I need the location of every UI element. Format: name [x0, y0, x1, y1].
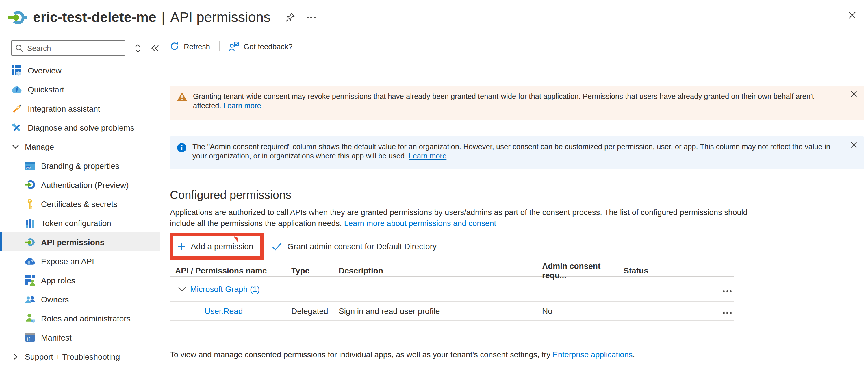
plus-icon — [178, 242, 186, 250]
sidebar-item-manifest[interactable]: { } Manifest — [0, 328, 160, 347]
sidebar-item-certificates[interactable]: Certificates & secrets — [0, 194, 160, 213]
api-permissions-icon — [25, 237, 35, 247]
api-group-link[interactable]: Microsoft Graph (1) — [190, 284, 260, 294]
cloud-gears-icon — [25, 256, 35, 266]
col-admin-consent: Admin consent requ... — [542, 261, 624, 280]
sidebar-item-branding[interactable]: www Branding & properties — [0, 156, 160, 175]
annotation-mark — [232, 237, 239, 242]
enterprise-applications-link[interactable]: Enterprise applications — [553, 350, 633, 359]
warning-close-icon[interactable] — [851, 90, 857, 99]
quickstart-icon — [11, 84, 22, 95]
permission-admin-consent: No — [542, 306, 624, 316]
add-permission-button[interactable]: Add a permission — [178, 242, 253, 251]
rocket-icon — [11, 103, 22, 114]
toolbar-divider — [219, 41, 219, 52]
row-menu-icon[interactable] — [723, 306, 732, 316]
overview-icon — [11, 65, 22, 75]
row-menu-icon[interactable] — [723, 284, 732, 294]
collapse-menu-icon[interactable] — [150, 42, 160, 54]
section-description: Applications are authorized to call APIs… — [170, 207, 768, 229]
tools-icon — [11, 122, 22, 133]
info-banner: The "Admin consent required" column show… — [170, 136, 864, 169]
table-header-row: API / Permissions name Type Description … — [170, 261, 734, 277]
browser-window-icon: www — [25, 160, 35, 171]
svg-text:{ }: { } — [27, 336, 31, 341]
svg-text:www: www — [26, 166, 31, 169]
col-description: Description — [339, 266, 542, 275]
permissions-table: API / Permissions name Type Description … — [170, 261, 734, 321]
keyboard-shortcut-icon[interactable] — [132, 42, 143, 54]
blade-header: eric-test-delete-me | API permissions — [0, 0, 868, 35]
sidebar-item-quickstart[interactable]: Quickstart — [0, 80, 160, 99]
sidebar-item-owners[interactable]: Owners — [0, 290, 160, 309]
grant-admin-consent-button[interactable]: Grant admin consent for Default Director… — [272, 242, 437, 251]
refresh-button[interactable]: Refresh — [170, 42, 210, 51]
page-title: eric-test-delete-me | API permissions — [33, 9, 271, 25]
more-options-icon[interactable] — [304, 10, 318, 24]
section-title: Configured permissions — [170, 187, 864, 202]
warning-text: Granting tenant-wide consent may revoke … — [193, 92, 857, 111]
page-name: API permissions — [170, 9, 271, 25]
token-bars-icon — [25, 218, 35, 228]
info-close-icon[interactable] — [851, 141, 857, 150]
annotation-highlight-box: Add a permission — [170, 233, 264, 259]
warning-banner: Granting tenant-wide consent may revoke … — [170, 86, 864, 120]
sidebar-item-integration-assistant[interactable]: Integration assistant — [0, 99, 160, 118]
expand-group-icon[interactable] — [178, 286, 186, 292]
permission-type: Delegated — [291, 306, 339, 316]
close-blade-icon[interactable] — [845, 8, 859, 22]
table-row-group: Microsoft Graph (1) — [170, 277, 734, 302]
search-icon — [16, 44, 23, 52]
pin-icon[interactable] — [283, 10, 297, 24]
col-api-permissions-name: API / Permissions name — [170, 266, 291, 275]
table-row-permission: User.Read Delegated Sign in and read use… — [170, 302, 734, 321]
permission-description: Sign in and read user profile — [339, 306, 542, 316]
search-box — [11, 40, 125, 56]
sidebar-item-diagnose[interactable]: Diagnose and solve problems — [0, 118, 160, 137]
app-name: eric-test-delete-me — [33, 9, 156, 25]
sidebar-item-roles-administrators[interactable]: Roles and administrators — [0, 309, 160, 328]
info-text: The "Admin consent required" column show… — [192, 142, 857, 161]
feedback-button[interactable]: Got feedback? — [228, 41, 292, 51]
people-icon — [25, 294, 35, 304]
sidebar-group-support[interactable]: Support + Troubleshooting — [0, 347, 160, 366]
code-window-icon: { } — [25, 332, 35, 343]
api-permissions-blade: eric-test-delete-me | API permissions — [0, 0, 868, 370]
col-status: Status — [624, 266, 711, 275]
sidebar-item-expose-an-api[interactable]: Expose an API — [0, 251, 160, 271]
sidebar: Overview Quickstart Integration assistan… — [0, 35, 160, 370]
check-icon — [272, 242, 282, 251]
warning-icon — [177, 92, 187, 101]
info-icon — [177, 143, 187, 153]
permissions-consent-link[interactable]: Learn more about permissions and consent — [344, 219, 496, 228]
feedback-icon — [228, 41, 239, 51]
warning-learn-more-link[interactable]: Learn more — [223, 101, 261, 110]
info-learn-more-link[interactable]: Learn more — [409, 151, 446, 160]
sidebar-item-token-configuration[interactable]: Token configuration — [0, 213, 160, 233]
sidebar-item-app-roles[interactable]: App roles — [0, 271, 160, 290]
grid-person-icon — [25, 275, 35, 285]
chevron-down-icon — [11, 141, 19, 152]
permission-link[interactable]: User.Read — [205, 306, 243, 316]
col-type: Type — [291, 266, 339, 275]
sidebar-nav: Overview Quickstart Integration assistan… — [0, 61, 160, 366]
refresh-icon — [170, 42, 179, 51]
footer-note: To view and manage consented permissions… — [170, 350, 864, 359]
main-content: Refresh Got feedback? Granting tenant-wi… — [160, 35, 868, 370]
sidebar-item-authentication[interactable]: Authentication (Preview) — [0, 175, 160, 194]
sidebar-item-api-permissions[interactable]: API permissions — [0, 233, 160, 251]
command-bar: Refresh Got feedback? — [170, 35, 864, 58]
permission-actions: Add a permission Grant admin consent for… — [170, 233, 864, 259]
chevron-right-icon — [11, 351, 19, 362]
sidebar-group-manage[interactable]: Manage — [0, 137, 160, 156]
search-input[interactable] — [11, 40, 125, 56]
key-icon — [25, 198, 35, 209]
sidebar-item-overview[interactable]: Overview — [0, 61, 160, 80]
authentication-icon — [25, 180, 35, 190]
person-cube-icon — [25, 313, 35, 323]
app-registration-icon — [8, 9, 27, 26]
